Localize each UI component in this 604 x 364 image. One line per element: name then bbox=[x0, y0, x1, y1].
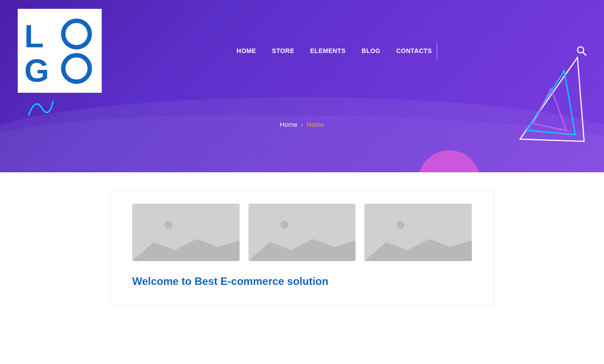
nav-links: HOME STORE ELEMENTS BLOG CONTACTS bbox=[237, 47, 432, 55]
logo[interactable]: L G bbox=[18, 9, 102, 93]
semicircle-decoration bbox=[418, 150, 480, 172]
nav-item-store[interactable]: STORE bbox=[272, 47, 294, 55]
content-card: Welcome to Best E-commerce solution bbox=[110, 190, 494, 306]
nav-divider bbox=[436, 42, 437, 60]
card-title: Welcome to Best E-commerce solution bbox=[132, 274, 472, 288]
image-gallery bbox=[132, 204, 472, 261]
nav-item-contacts[interactable]: CONTACTS bbox=[396, 47, 432, 55]
svg-text:L: L bbox=[24, 19, 44, 54]
nav-item-blog[interactable]: BLOG bbox=[362, 47, 380, 55]
breadcrumb-current: Home bbox=[306, 121, 324, 128]
search-icon bbox=[577, 46, 586, 56]
breadcrumb-chevron: › bbox=[301, 121, 303, 128]
nav-item-elements[interactable]: ELEMENTS bbox=[310, 47, 346, 55]
breadcrumb-home[interactable]: Home bbox=[280, 121, 298, 128]
nav-item-home[interactable]: HOME bbox=[237, 47, 256, 55]
svg-text:G: G bbox=[24, 53, 49, 88]
svg-line-6 bbox=[583, 53, 586, 56]
hero-section: L G HOME STORE ELEMENTS bbox=[0, 0, 604, 172]
navbar: L G HOME STORE ELEMENTS bbox=[0, 0, 604, 102]
search-button[interactable] bbox=[577, 46, 586, 56]
gallery-image-1 bbox=[132, 204, 240, 261]
gallery-image-3 bbox=[364, 204, 472, 261]
breadcrumb: Home › Home bbox=[280, 121, 325, 128]
gallery-image-2 bbox=[248, 204, 356, 261]
main-content: Welcome to Best E-commerce solution bbox=[0, 172, 604, 324]
